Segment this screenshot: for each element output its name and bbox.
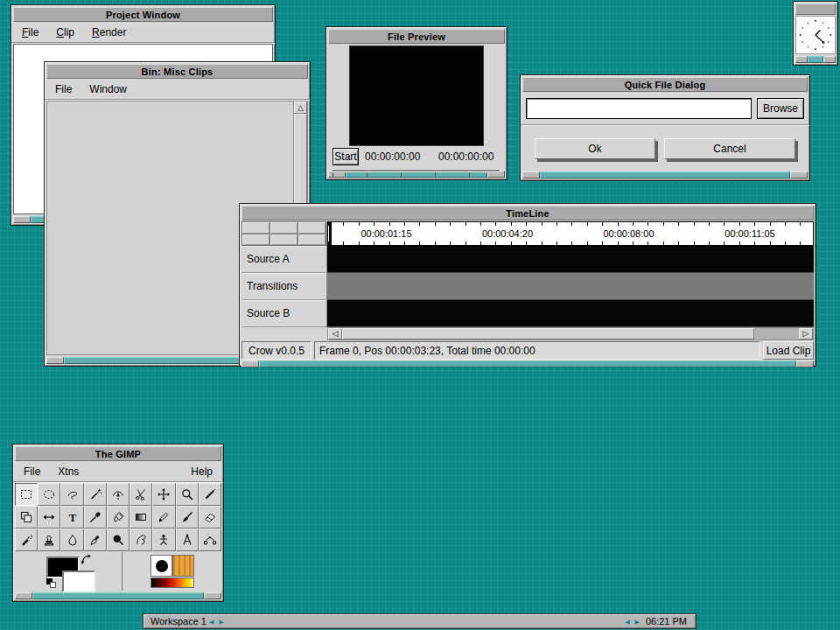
load-clip-button[interactable]: Load Clip: [763, 341, 814, 360]
toolbox-cell[interactable]: [242, 234, 270, 246]
convolve-tool-button[interactable]: [60, 528, 83, 551]
resize-handle-left[interactable]: [522, 172, 540, 178]
resize-bar-middle[interactable]: [540, 172, 790, 178]
text-tool-button[interactable]: T: [60, 506, 83, 528]
scroll-up-icon[interactable]: △: [294, 102, 307, 114]
swap-colors-icon[interactable]: [80, 553, 92, 565]
workspace-label[interactable]: Workspace 1: [144, 616, 206, 626]
resize-handle-right[interactable]: [796, 360, 814, 368]
resize-bar-middle[interactable]: [32, 592, 204, 599]
bin-window-titlebar[interactable]: Bin: Misc Clips: [46, 64, 308, 79]
pager-right-icon[interactable]: ▶: [633, 619, 642, 625]
track-label-source-a: Source A: [242, 246, 326, 273]
timeline-scrollbar-trough[interactable]: [754, 328, 799, 340]
start-button[interactable]: Start: [332, 148, 359, 165]
resize-handle-left[interactable]: [15, 592, 32, 599]
rect-select-tool-button[interactable]: [15, 483, 38, 506]
paintbrush-icon: [180, 510, 194, 524]
pager-left-icon[interactable]: ◀: [622, 619, 632, 625]
scissors-tool-button[interactable]: [130, 483, 152, 506]
file-preview-titlebar[interactable]: File Preview: [328, 29, 505, 44]
workspace-prev-icon[interactable]: ◀: [206, 619, 216, 625]
default-colors-icon[interactable]: [46, 578, 58, 590]
gimp-title: The GIMP: [95, 449, 141, 459]
resize-handle-left[interactable]: [46, 357, 64, 364]
clock-titlebar[interactable]: [795, 4, 836, 15]
track-bar-source-a[interactable]: [327, 246, 814, 273]
bezier-select-tool-button[interactable]: [107, 483, 130, 506]
timeline-ruler[interactable]: 00:00:01:1500:00:04:2000:00:08:0000:00:1…: [327, 221, 814, 246]
active-brush-preview[interactable]: [150, 555, 172, 577]
ink-tool-button[interactable]: [84, 528, 107, 551]
resize-handle-left[interactable]: [795, 56, 808, 63]
resize-handle-left[interactable]: [13, 216, 31, 223]
paintbrush-tool-button[interactable]: [176, 506, 199, 528]
airbrush-tool-button[interactable]: [15, 528, 38, 551]
track-bar-source-b[interactable]: [327, 300, 814, 327]
resize-handle-right[interactable]: [823, 56, 836, 63]
toolbox-cell[interactable]: [298, 234, 326, 246]
menu-item-render[interactable]: Render: [92, 26, 126, 38]
playhead-marker[interactable]: [329, 222, 332, 245]
resize-handle-right[interactable]: [790, 172, 808, 178]
menu-item-window[interactable]: Window: [89, 83, 127, 95]
browse-button[interactable]: Browse: [757, 98, 804, 119]
menu-item-file[interactable]: File: [24, 466, 40, 478]
timeline-toolbox-grid[interactable]: [242, 221, 326, 246]
resize-bar-middle[interactable]: [808, 56, 823, 63]
clone-tool-button[interactable]: [38, 528, 60, 551]
measure-tool-button[interactable]: [176, 528, 199, 551]
scrollbar-spacer: [242, 327, 327, 340]
fuzzy-select-tool-button[interactable]: [84, 483, 107, 506]
menu-item-xtns[interactable]: Xtns: [58, 466, 79, 478]
bucket-fill-tool-button[interactable]: [107, 506, 130, 528]
smudge-tool-button[interactable]: [130, 528, 152, 551]
toolbox-cell[interactable]: [270, 234, 298, 246]
gradient-tool-button[interactable]: [130, 506, 152, 528]
rect-select-icon: [19, 487, 33, 501]
active-pattern-preview[interactable]: [172, 555, 194, 577]
track-label-source-b: Source B: [242, 300, 326, 327]
toolbox-cell[interactable]: [270, 222, 298, 234]
xinput-airbrush-tool-button[interactable]: [152, 528, 175, 551]
resize-bar-middle[interactable]: [259, 360, 796, 368]
background-color-swatch[interactable]: [62, 570, 95, 592]
crop-tool-button[interactable]: [199, 483, 221, 506]
workspace-next-icon[interactable]: ▶: [216, 619, 226, 625]
track-bar-transitions[interactable]: [327, 273, 814, 300]
ellipse-select-tool-button[interactable]: [38, 483, 60, 506]
eraser-tool-button[interactable]: [199, 506, 221, 528]
active-gradient-preview[interactable]: [150, 578, 194, 588]
dodge-burn-tool-button[interactable]: [107, 528, 130, 551]
timeline-horizontal-scrollbar[interactable]: ◁ ▷: [327, 327, 814, 340]
seek-slider[interactable]: [332, 170, 500, 172]
move-tool-button[interactable]: [152, 483, 175, 506]
crop-icon: [203, 487, 217, 501]
filename-input[interactable]: [526, 98, 752, 119]
pencil-tool-button[interactable]: [152, 506, 175, 528]
menu-item-file[interactable]: File: [22, 26, 38, 38]
transform-tool-button[interactable]: [15, 506, 38, 528]
magnify-tool-button[interactable]: [176, 483, 199, 506]
scroll-left-icon[interactable]: ◁: [328, 328, 342, 340]
cancel-button[interactable]: Cancel: [664, 138, 795, 159]
toolbox-cell[interactable]: [242, 222, 270, 234]
quick-file-dialog-titlebar[interactable]: Quick File Dialog: [522, 77, 808, 92]
menu-item-help[interactable]: Help: [191, 466, 213, 478]
path-tool-button[interactable]: [199, 528, 221, 551]
flip-tool-button[interactable]: [38, 506, 60, 528]
menu-item-file[interactable]: File: [55, 83, 72, 95]
ok-button[interactable]: Ok: [535, 138, 655, 159]
scroll-right-icon[interactable]: ▷: [799, 328, 813, 340]
resize-handle-right[interactable]: [204, 592, 221, 599]
resize-handle-left[interactable]: [242, 360, 259, 368]
free-select-tool-button[interactable]: [60, 483, 83, 506]
timeline-titlebar[interactable]: TimeLine: [242, 206, 814, 220]
toolbox-cell[interactable]: [298, 222, 326, 234]
timeline-scrollbar-thumb[interactable]: [342, 328, 754, 340]
color-picker-tool-button[interactable]: [84, 506, 107, 528]
project-window-titlebar[interactable]: Project Window: [13, 7, 273, 22]
gimp-titlebar[interactable]: The GIMP: [15, 446, 221, 461]
menu-item-clip[interactable]: Clip: [56, 26, 74, 38]
gimp-toolbox-window: The GIMP File Xtns Help T: [12, 444, 224, 602]
